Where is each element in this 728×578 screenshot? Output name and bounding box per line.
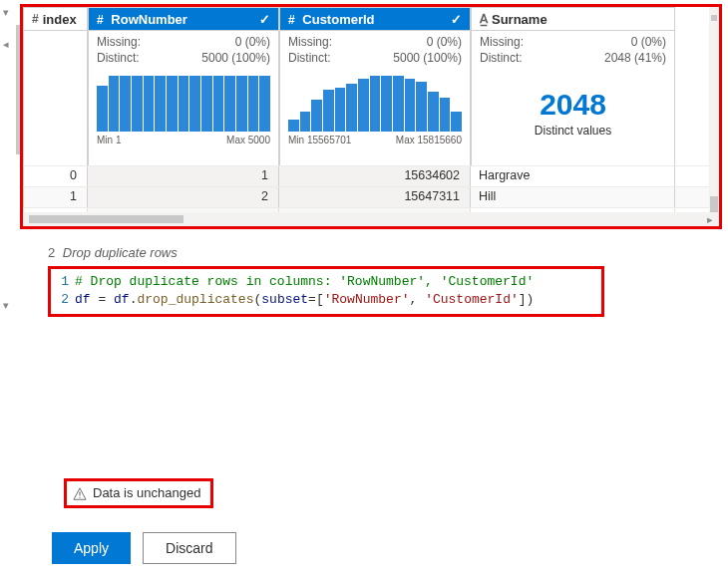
scroll-up-arrow[interactable] [711,15,717,21]
distinct-label: Distinct values [480,124,666,138]
histogram-bar [109,76,120,132]
histogram-bar [144,76,155,132]
hscroll-thumb[interactable] [29,215,183,223]
header-label: Surname [492,12,547,27]
table-row[interactable]: 0 1 15634602 Hargrave [23,166,719,187]
code-editor[interactable]: 1 # Drop duplicate rows in columns: 'Row… [48,266,604,317]
histogram-bar [224,76,235,132]
column-header-customerid[interactable]: # CustomerId [279,7,471,31]
column-stats-row: Missing:0 (0%) Distinct:5000 (100%) Min … [23,31,719,166]
table-row[interactable]: 1 2 15647311 Hill [23,187,719,208]
apply-button[interactable]: Apply [52,532,131,564]
action-buttons: Apply Discard [52,532,236,564]
numeric-icon: # [97,13,104,27]
data-preview-panel: # index # RowNumber # CustomerId A̲ Surn… [20,4,722,229]
stats-rownumber: Missing:0 (0%) Distinct:5000 (100%) Min … [88,31,279,165]
histogram-customerid [288,76,462,132]
line-number: 2 [51,291,75,309]
histogram-bar [288,120,299,132]
histogram-rownumber [97,76,270,132]
collapse-icon[interactable]: ▾ [3,6,9,19]
histogram-bar [248,76,259,132]
histogram-bar [358,79,369,132]
histogram-bar [335,88,346,132]
horizontal-scrollbar[interactable]: ▸ [23,212,719,226]
check-icon [451,12,462,27]
scroll-right-icon[interactable]: ▸ [707,213,713,226]
histogram-bar [393,76,404,132]
histogram-bar [189,76,200,132]
histogram-bar [132,76,143,132]
collapse-icon-2[interactable]: ◂ [3,38,9,51]
stats-index [23,31,88,165]
histogram-bar [311,100,322,132]
check-icon [259,12,270,27]
histogram-bar [120,76,131,132]
header-label: CustomerId [302,12,374,27]
stats-surname: Missing:0 (0%) Distinct:2048 (41%) 2048 … [471,31,675,165]
column-header-row: # index # RowNumber # CustomerId A̲ Surn… [23,7,719,31]
warning-icon [73,485,87,501]
numeric-icon: # [288,13,295,27]
histogram-bar [428,92,439,132]
distinct-count: 2048 [480,88,666,122]
cell-title: 2 Drop duplicate rows [48,245,728,260]
histogram-bar [451,112,462,132]
histogram-bar [167,76,178,132]
line-number: 1 [51,273,75,291]
header-label: index [43,12,77,27]
histogram-bar [405,79,416,132]
histogram-bar [236,76,247,132]
histogram-bar [381,76,392,132]
status-message: Data is unchanged [64,478,213,508]
histogram-bar [323,90,334,133]
histogram-bar [259,76,270,132]
histogram-bar [179,76,189,132]
histogram-bar [416,82,427,133]
histogram-bar [213,76,224,132]
discard-button[interactable]: Discard [143,532,235,564]
svg-rect-1 [79,496,80,497]
collapse-icon-3[interactable]: ▾ [3,299,9,312]
histogram-bar [155,76,166,132]
stats-customerid: Missing:0 (0%) Distinct:5000 (100%) Min … [279,31,471,165]
column-header-surname[interactable]: A̲ Surname [471,7,675,31]
svg-rect-0 [79,491,80,495]
numeric-icon: # [32,12,39,26]
histogram-bar [346,84,357,132]
column-header-rownumber[interactable]: # RowNumber [88,7,279,31]
text-icon: A̲ [480,12,488,26]
histogram-bar [440,98,451,133]
histogram-bar [300,112,311,132]
column-header-index[interactable]: # index [23,7,88,31]
histogram-bar [370,76,381,132]
histogram-bar [97,86,108,132]
histogram-bar [201,76,212,132]
vertical-scrollbar[interactable] [709,7,719,226]
left-gutter: ▾ ◂ ▾ [0,0,20,578]
status-text: Data is unchanged [93,485,200,500]
header-label: RowNumber [111,12,187,27]
